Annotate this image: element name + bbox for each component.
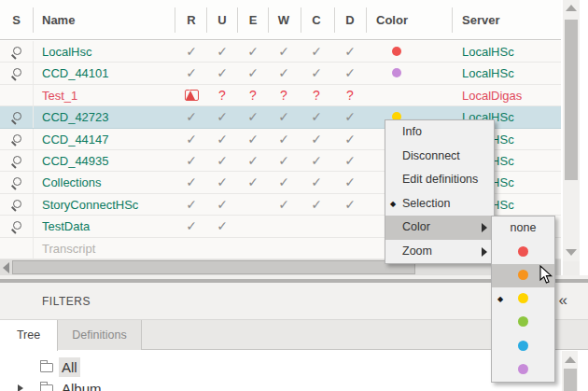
flag-check-icon: ✓ (206, 172, 238, 193)
scroll-down-icon[interactable] (566, 249, 577, 256)
flag-check-icon: ✓ (334, 194, 366, 216)
color-dot-blue (518, 341, 528, 351)
search-icon[interactable] (0, 194, 33, 216)
header-u[interactable]: U (206, 0, 238, 40)
color-dot-red (518, 246, 528, 257)
table-row[interactable]: CCD_44101✓✓✓✓✓✓LocalHSc (0, 63, 561, 84)
flag-check-icon: ✓ (268, 129, 300, 150)
flag-check-icon: ✓ (206, 150, 238, 172)
flag-check-icon: ✓ (334, 172, 366, 193)
header-name[interactable]: Name (42, 0, 75, 40)
tree-scroll-up-icon[interactable] (565, 356, 576, 363)
flag-check-icon: ✓ (175, 129, 207, 150)
color-dot-yellow (518, 293, 528, 303)
flag-check-icon: ✓ (175, 150, 207, 172)
tree-vertical-scrollbar[interactable] (562, 351, 578, 391)
submenu-arrow-icon (482, 223, 487, 232)
color-submenu: none◆ (491, 216, 555, 383)
row-name: Collections (42, 172, 175, 193)
row-color-dot (366, 41, 452, 63)
search-icon[interactable] (0, 172, 33, 193)
flag-check-icon: ✓ (301, 172, 332, 193)
flag-check-icon: ✓ (268, 106, 300, 128)
column-divider (33, 129, 34, 149)
column-divider (33, 216, 34, 236)
row-name: CCD_44101 (42, 63, 175, 84)
table-row[interactable]: Test_1?????LocalDigas (0, 85, 561, 106)
tab-tree[interactable]: Tree (0, 320, 58, 351)
flag-check-icon: ✓ (268, 194, 300, 216)
tree-scroll-thumb[interactable] (564, 369, 577, 391)
menu-item-color[interactable]: Color (385, 216, 494, 240)
flag-check-icon: ✓ (334, 106, 366, 128)
flag-check-icon: ✓ (301, 129, 332, 150)
header-c[interactable]: C (301, 0, 332, 40)
color-option-purple[interactable] (492, 358, 554, 382)
row-server: LocalHSc (462, 41, 561, 63)
color-dot-purple (518, 364, 528, 374)
header-r[interactable]: R (175, 0, 207, 40)
flag-check-icon: ✓ (301, 106, 332, 128)
menu-item-info[interactable]: Info (385, 120, 494, 145)
row-server: LocalHSc (462, 63, 561, 84)
flag-check-icon: ✓ (175, 106, 207, 128)
header-w[interactable]: W (268, 0, 300, 40)
header-e[interactable]: E (237, 0, 269, 40)
header-server[interactable]: Server (462, 0, 499, 40)
menu-item-disconnect[interactable]: Disconnect (385, 145, 494, 169)
table-row[interactable]: LocalHsc✓✓✓✓✓✓LocalHSc (0, 41, 561, 63)
column-divider (33, 238, 34, 258)
flag-check-icon: ✓ (334, 63, 366, 84)
scroll-left-icon[interactable] (3, 262, 9, 273)
flag-check-icon: ✓ (237, 41, 269, 63)
search-icon[interactable] (0, 129, 33, 150)
color-option-none[interactable]: none (492, 216, 554, 240)
flag-check-icon: ✓ (206, 41, 238, 63)
tree-item-all[interactable]: All (0, 357, 373, 378)
filters-title: FILTERS (42, 283, 91, 320)
color-option-green[interactable] (492, 311, 554, 334)
tree-item-label: Album (59, 379, 105, 391)
folder-icon (40, 384, 53, 391)
column-divider (33, 63, 34, 83)
column-divider (33, 41, 34, 62)
search-icon[interactable] (0, 41, 33, 63)
row-server: LocalDigas (462, 85, 561, 106)
color-option-blue[interactable] (492, 334, 554, 357)
flag-check-icon: ✓ (206, 129, 238, 150)
context-menu: InfoDisconnectEdit definitionsSelection◆… (385, 119, 495, 264)
row-name: CCD_44147 (42, 129, 175, 150)
header-color[interactable]: Color (376, 0, 408, 40)
expand-arrow-icon (18, 384, 23, 391)
filter-tree: AllAlbum (0, 351, 561, 391)
search-icon[interactable] (0, 106, 33, 128)
column-divider (33, 194, 34, 215)
row-name: Test_1 (42, 85, 175, 106)
tab-definitions[interactable]: Definitions (58, 320, 142, 350)
flag-check-icon: ✓ (175, 41, 207, 63)
tree-item-label: All (59, 357, 80, 377)
header-s[interactable]: S (0, 0, 33, 40)
flag-check-icon: ✓ (334, 41, 366, 63)
scroll-up-icon[interactable] (566, 5, 577, 11)
header-d[interactable]: D (334, 0, 366, 40)
menu-item-zoom[interactable]: Zoom (385, 240, 494, 264)
search-icon[interactable] (0, 150, 33, 172)
menu-item-edit-definitions[interactable]: Edit definitions (385, 168, 494, 192)
flag-question-icon: ? (237, 85, 269, 106)
flag-warning-icon (175, 85, 207, 106)
menu-item-selection[interactable]: Selection◆ (385, 192, 494, 216)
search-icon[interactable] (0, 63, 33, 84)
flag-check-icon: ✓ (175, 63, 207, 84)
color-option-red[interactable] (492, 240, 554, 263)
search-icon[interactable] (0, 216, 33, 237)
submenu-arrow-icon (482, 247, 487, 257)
vertical-scroll-thumb[interactable] (565, 20, 578, 180)
flag-question-icon: ? (206, 85, 238, 106)
horizontal-scroll-thumb[interactable] (12, 260, 415, 274)
column-divider (33, 85, 34, 105)
color-option-yellow[interactable]: ◆ (492, 287, 554, 311)
tree-item-album[interactable]: Album (0, 379, 373, 391)
table-vertical-scrollbar[interactable] (563, 0, 580, 261)
collapse-panel-icon[interactable]: « (559, 283, 567, 320)
